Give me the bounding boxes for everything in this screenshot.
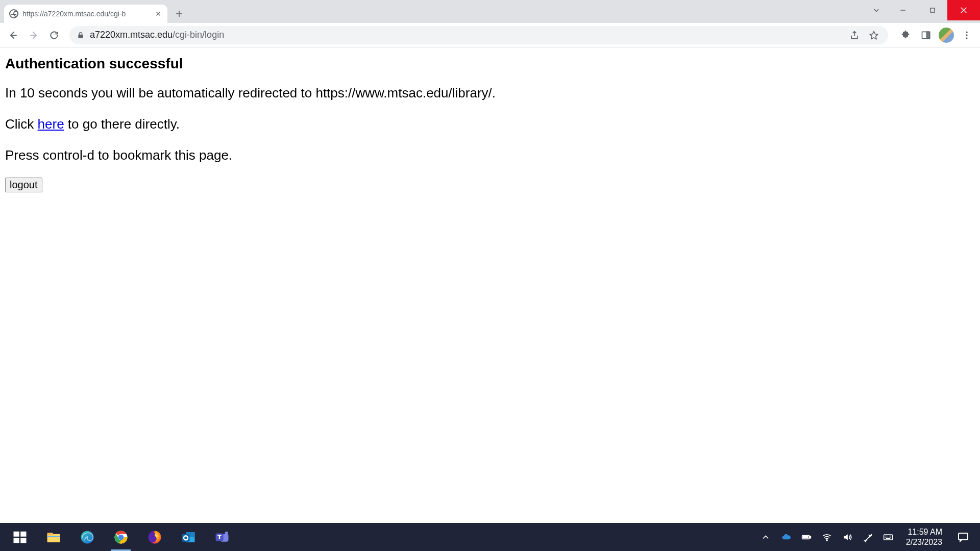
svg-point-23 (225, 531, 228, 534)
reload-button[interactable] (45, 26, 63, 44)
svg-rect-0 (930, 8, 935, 12)
svg-point-3 (966, 31, 967, 33)
bookmark-paragraph: Press control-d to bookmark this page. (5, 146, 975, 164)
pen-tray-icon[interactable] (862, 532, 873, 543)
taskbar-clock[interactable]: 11:59 AM 2/23/2023 (906, 527, 942, 547)
url-path: /cgi-bin/login (173, 30, 224, 40)
clock-time: 11:59 AM (906, 527, 942, 537)
window-controls (865, 0, 980, 20)
page-heading: Authentication successful (5, 56, 975, 72)
page-body: Authentication successful In 10 seconds … (0, 47, 980, 197)
url-text: a7220xm.mtsac.edu/cgi-bin/login (90, 30, 842, 40)
svg-rect-11 (47, 533, 53, 535)
side-panel-button[interactable] (917, 26, 935, 44)
chrome-taskbar-icon[interactable] (104, 523, 138, 551)
browser-toolbar: a7220xm.mtsac.edu/cgi-bin/login (0, 23, 980, 47)
bookmark-star-button[interactable] (867, 28, 881, 42)
svg-point-5 (966, 37, 967, 39)
back-button[interactable] (4, 26, 22, 44)
address-bar[interactable]: a7220xm.mtsac.edu/cgi-bin/login (69, 26, 888, 44)
redirect-paragraph: In 10 seconds you will be automatically … (5, 84, 975, 102)
new-tab-button[interactable] (172, 6, 187, 21)
wifi-tray-icon[interactable] (821, 532, 832, 543)
profile-avatar[interactable] (937, 26, 955, 44)
forward-button[interactable] (24, 26, 43, 44)
windows-taskbar: 11:59 AM 2/23/2023 (0, 523, 980, 551)
tray-overflow-button[interactable] (760, 532, 771, 543)
lock-icon (77, 31, 85, 39)
svg-rect-12 (47, 536, 60, 537)
svg-rect-2 (927, 32, 930, 38)
outlook-taskbar-icon[interactable] (172, 523, 205, 551)
svg-rect-26 (810, 536, 811, 538)
battery-tray-icon[interactable] (801, 532, 812, 543)
window-minimize-button[interactable] (888, 0, 918, 20)
svg-point-4 (966, 34, 967, 36)
close-tab-button[interactable] (154, 10, 162, 18)
action-center-button[interactable] (951, 523, 975, 551)
browser-tab-strip: https://a7220xm.mtsac.edu/cgi-b (0, 0, 980, 23)
edge-taskbar-icon[interactable] (70, 523, 104, 551)
here-link[interactable]: here (38, 116, 64, 132)
svg-rect-30 (959, 533, 968, 540)
svg-rect-8 (14, 538, 19, 543)
window-close-button[interactable] (947, 0, 980, 20)
url-host: a7220xm.mtsac.edu (90, 30, 173, 40)
firefox-taskbar-icon[interactable] (138, 523, 172, 551)
file-explorer-taskbar-icon[interactable] (37, 523, 70, 551)
start-button[interactable] (3, 523, 37, 551)
onedrive-tray-icon[interactable] (780, 532, 792, 543)
share-button[interactable] (847, 28, 862, 42)
teams-taskbar-icon[interactable] (205, 523, 239, 551)
globe-icon (9, 9, 18, 18)
clock-date: 2/23/2023 (906, 537, 942, 547)
keyboard-tray-icon[interactable] (883, 532, 894, 543)
volume-tray-icon[interactable] (842, 532, 853, 543)
svg-rect-7 (20, 531, 26, 536)
svg-rect-6 (14, 531, 19, 536)
logout-button[interactable]: logout (5, 178, 42, 192)
svg-point-28 (826, 539, 827, 540)
browser-tab-active[interactable]: https://a7220xm.mtsac.edu/cgi-b (4, 5, 167, 23)
svg-rect-9 (20, 538, 26, 543)
click-paragraph: Click here to go there directly. (5, 115, 975, 133)
extensions-button[interactable] (896, 26, 915, 44)
click-suffix: to go there directly. (64, 116, 180, 132)
tab-search-button[interactable] (865, 0, 888, 20)
tab-title: https://a7220xm.mtsac.edu/cgi-b (22, 10, 150, 18)
svg-rect-27 (803, 536, 808, 538)
click-prefix: Click (5, 116, 38, 132)
avatar-image (939, 28, 954, 43)
window-maximize-button[interactable] (918, 0, 947, 20)
system-tray: 11:59 AM 2/23/2023 (760, 523, 977, 551)
chrome-menu-button[interactable] (958, 26, 976, 44)
